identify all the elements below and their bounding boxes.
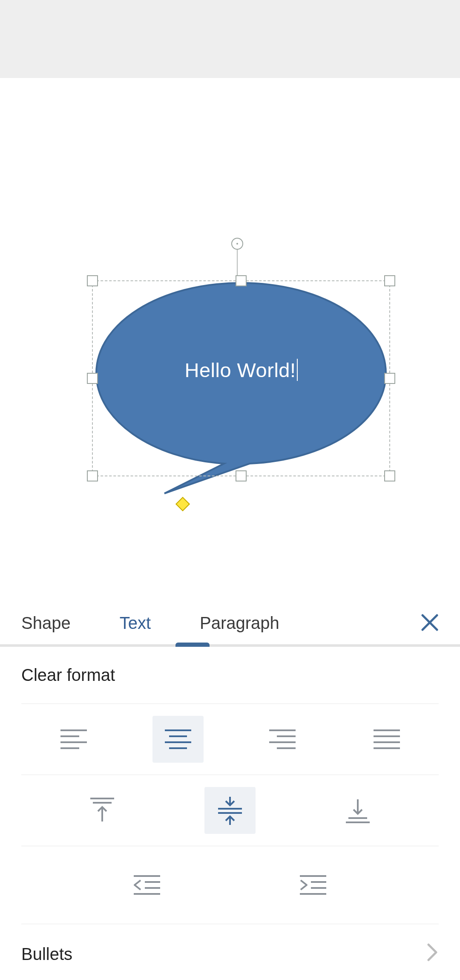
resize-handle-top-middle[interactable] <box>236 275 247 286</box>
resize-handle-top-left[interactable] <box>87 275 98 286</box>
resize-handle-bottom-right[interactable] <box>384 470 395 481</box>
vertical-align-row <box>21 775 439 846</box>
top-bar <box>0 0 460 78</box>
increase-indent-button[interactable] <box>288 862 339 908</box>
rotation-handle[interactable] <box>231 238 243 250</box>
close-panel-button[interactable] <box>420 613 440 634</box>
valign-bottom-icon <box>346 797 370 824</box>
close-icon <box>420 613 440 632</box>
selection-bounding-box <box>92 280 390 476</box>
valign-top-icon <box>90 797 114 824</box>
valign-middle-icon <box>218 796 242 825</box>
resize-handle-middle-right[interactable] <box>384 373 395 384</box>
resize-handle-bottom-left[interactable] <box>87 470 98 481</box>
align-justify-icon <box>374 729 400 750</box>
align-right-icon <box>269 729 296 750</box>
resize-handle-middle-left[interactable] <box>87 373 98 384</box>
bullets-label: Bullets <box>21 945 72 964</box>
align-right-button[interactable] <box>257 716 308 763</box>
decrease-indent-icon <box>134 874 160 896</box>
tab-paragraph[interactable]: Paragraph <box>200 614 279 633</box>
valign-top-button[interactable] <box>77 787 128 834</box>
align-center-icon <box>165 729 191 750</box>
resize-handle-top-right[interactable] <box>384 275 395 286</box>
editor-canvas[interactable]: Hello World! <box>0 78 460 602</box>
align-center-button[interactable] <box>152 716 204 763</box>
active-tab-indicator <box>175 643 210 647</box>
resize-handle-bottom-middle[interactable] <box>236 470 247 481</box>
bullets-button[interactable]: Bullets <box>21 924 439 980</box>
align-justify-button[interactable] <box>361 716 412 763</box>
align-left-button[interactable] <box>48 716 99 763</box>
valign-bottom-button[interactable] <box>332 787 383 834</box>
decrease-indent-button[interactable] <box>121 862 172 908</box>
horizontal-align-row <box>21 704 439 775</box>
tab-text[interactable]: Text <box>120 614 151 633</box>
align-left-icon <box>60 729 87 750</box>
valign-middle-button[interactable] <box>204 787 256 834</box>
tab-shape[interactable]: Shape <box>21 614 71 633</box>
rotation-handle-icon <box>231 238 243 250</box>
clear-format-button[interactable]: Clear format <box>21 647 439 704</box>
chevron-right-icon <box>427 943 439 966</box>
text-format-panel: Clear format <box>0 647 460 980</box>
rotation-connector <box>237 250 238 279</box>
shape-adjust-handle[interactable] <box>175 497 190 511</box>
indent-row <box>21 846 439 924</box>
increase-indent-icon <box>300 874 326 896</box>
format-tabs: Shape Text Paragraph <box>0 602 460 647</box>
